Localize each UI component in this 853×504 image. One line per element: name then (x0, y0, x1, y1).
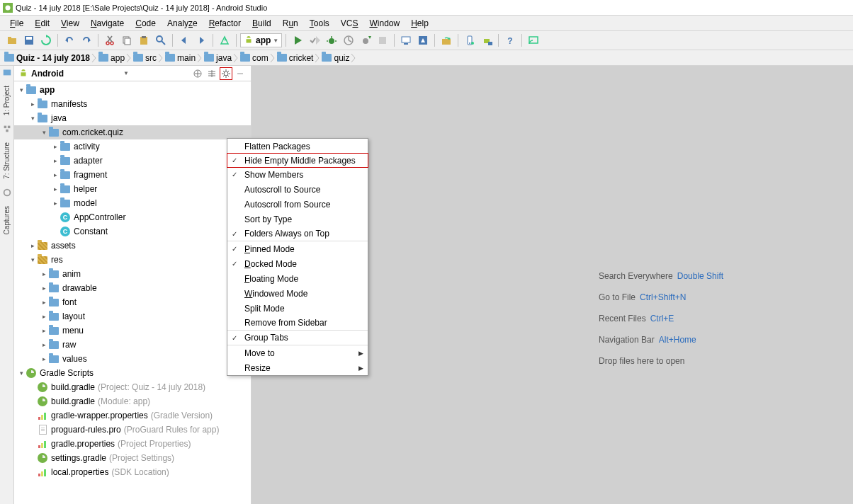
crumb-java[interactable]: java (203, 53, 233, 63)
tree-node-manifests[interactable]: manifests (14, 97, 251, 111)
debug-icon[interactable] (324, 33, 339, 48)
menu-vcs[interactable]: VCS (335, 17, 364, 30)
menu-item-windowed-mode[interactable]: Windowed Mode (227, 286, 368, 301)
save-icon[interactable] (21, 33, 37, 48)
forward-icon[interactable] (193, 33, 209, 48)
undo-icon[interactable] (62, 33, 77, 48)
tree-node-gradle-file[interactable]: gradle-wrapper.properties(Gradle Version… (14, 408, 251, 423)
tree-node-adapter[interactable]: adapter (14, 154, 251, 168)
menu-run[interactable]: Run (277, 17, 304, 30)
menu-item-sort-by-type[interactable]: Sort by Type (227, 212, 368, 227)
tree-node-app[interactable]: app (14, 83, 251, 97)
sdk-manager-icon[interactable] (415, 33, 431, 48)
menu-item-folders-always-on-top[interactable]: ✓Folders Always on Top (227, 227, 368, 241)
menu-item-docked-mode[interactable]: ✓Docked Mode (227, 256, 368, 271)
tree-node-gradle-file[interactable]: build.gradle(Project: Quiz - 14 july 201… (14, 380, 251, 394)
tree-node-helper[interactable]: helper (14, 182, 251, 196)
refresh-icon[interactable] (38, 33, 54, 48)
menu-refactor[interactable]: Refactor (203, 17, 247, 30)
tree-node-gradle-file[interactable]: local.properties(SDK Location) (14, 465, 251, 479)
tree-node-menu[interactable]: menu (14, 323, 251, 338)
menu-navigate[interactable]: Navigate (85, 17, 130, 30)
menu-item-hide-empty-middle-packages[interactable]: ✓Hide Empty Middle Packages (227, 153, 368, 168)
paste-icon[interactable] (136, 33, 152, 48)
device-explorer-icon[interactable] (462, 33, 478, 48)
run-config-selector[interactable]: app ▼ (240, 33, 282, 47)
tab-structure[interactable]: 7: Structure (1, 139, 12, 182)
gear-icon[interactable] (220, 67, 232, 80)
tree-node-gradle-file[interactable]: gradle.properties(Project Properties) (14, 437, 251, 451)
project-tab-icon[interactable] (2, 67, 12, 77)
menu-window[interactable]: Window (363, 17, 405, 30)
menu-edit[interactable]: Edit (29, 17, 55, 30)
sync-icon[interactable] (439, 33, 454, 48)
crumb-cricket[interactable]: cricket (276, 53, 315, 63)
tree-node-res[interactable]: res (14, 253, 251, 267)
menu-view[interactable]: View (55, 17, 85, 30)
tree-node-java[interactable]: java (14, 111, 251, 125)
tree-node-gradle-scripts[interactable]: Gradle Scripts (14, 366, 251, 380)
tree-node-constant[interactable]: CConstant (14, 224, 251, 239)
menu-item-group-tabs[interactable]: ✓Group Tabs (227, 331, 368, 345)
menu-item-move-to[interactable]: Move to▶ (227, 345, 368, 360)
menu-item-resize[interactable]: Resize▶ (227, 360, 368, 375)
tree-node-gradle-file[interactable]: settings.gradle(Project Settings) (14, 451, 251, 465)
crumb-app[interactable]: app (97, 53, 126, 63)
back-icon[interactable] (176, 33, 192, 48)
menu-item-remove-from-sidebar[interactable]: Remove from Sidebar (227, 316, 368, 331)
project-view-selector[interactable]: Android ▼ (31, 69, 129, 79)
tree-node-assets[interactable]: assets (14, 239, 251, 253)
tree-node-layout[interactable]: layout (14, 309, 251, 323)
captures-tab-icon[interactable] (2, 188, 12, 197)
scroll-from-source-icon[interactable] (191, 67, 204, 80)
tree-node-fragment[interactable]: fragment (14, 168, 251, 182)
menu-tools[interactable]: Tools (304, 17, 335, 30)
menu-help[interactable]: Help (405, 17, 434, 30)
hide-icon[interactable] (234, 67, 247, 80)
menu-item-floating-mode[interactable]: Floating Mode (227, 271, 368, 286)
menu-item-split-mode[interactable]: Split Mode (227, 301, 368, 316)
crumb-main[interactable]: main (164, 53, 197, 63)
run-icon[interactable] (290, 33, 305, 48)
apply-changes-icon[interactable] (307, 33, 322, 48)
menu-item-pinned-mode[interactable]: ✓Pinned Mode (227, 241, 368, 256)
crumb-root[interactable]: Quiz - 14 july 2018 (3, 53, 91, 63)
tab-captures[interactable]: Captures (1, 203, 12, 238)
tree-node-font[interactable]: font (14, 295, 251, 309)
profile-icon[interactable] (341, 33, 356, 48)
crumb-com[interactable]: com (239, 53, 270, 63)
tree-node-anim[interactable]: anim (14, 267, 251, 281)
tree-node-activity[interactable]: activity (14, 139, 251, 154)
android-profiler-icon[interactable] (479, 33, 495, 48)
copy-icon[interactable] (119, 33, 135, 48)
tree-node-values[interactable]: values (14, 352, 251, 366)
menu-file[interactable]: File (4, 17, 29, 30)
menu-item-autoscroll-from-source[interactable]: Autoscroll from Source (227, 197, 368, 212)
tree-node-package[interactable]: com.cricket.quiz (14, 125, 251, 139)
attach-debugger-icon[interactable] (358, 33, 373, 48)
crumb-quiz[interactable]: quiz (320, 53, 351, 63)
menu-item-flatten-packages[interactable]: Flatten Packages (227, 139, 368, 154)
cast-icon[interactable] (526, 33, 541, 48)
make-icon[interactable] (217, 33, 232, 48)
tree-node-gradle-file[interactable]: proguard-rules.pro(ProGuard Rules for ap… (14, 423, 251, 437)
menu-build[interactable]: Build (247, 17, 277, 30)
help-icon[interactable]: ? (502, 33, 518, 48)
menu-item-show-members[interactable]: ✓Show Members (227, 167, 368, 182)
tab-project[interactable]: 1: Project (1, 83, 12, 118)
tree-node-drawable[interactable]: drawable (14, 281, 251, 295)
redo-icon[interactable] (79, 33, 94, 48)
crumb-src[interactable]: src (132, 53, 158, 63)
menu-analyze[interactable]: Analyze (162, 17, 203, 30)
collapse-all-icon[interactable] (205, 67, 218, 80)
find-icon[interactable] (153, 33, 169, 48)
menu-code[interactable]: Code (130, 17, 162, 30)
tree-node-gradle-file[interactable]: build.gradle(Module: app) (14, 394, 251, 408)
open-icon[interactable] (4, 33, 20, 48)
stop-icon[interactable] (375, 33, 390, 48)
tree-node-model[interactable]: model (14, 196, 251, 210)
menu-item-autoscroll-to-source[interactable]: Autoscroll to Source (227, 182, 368, 197)
avd-manager-icon[interactable] (398, 33, 414, 48)
structure-tab-icon[interactable] (2, 124, 12, 134)
tree-node-appcontroller[interactable]: CAppController (14, 210, 251, 224)
